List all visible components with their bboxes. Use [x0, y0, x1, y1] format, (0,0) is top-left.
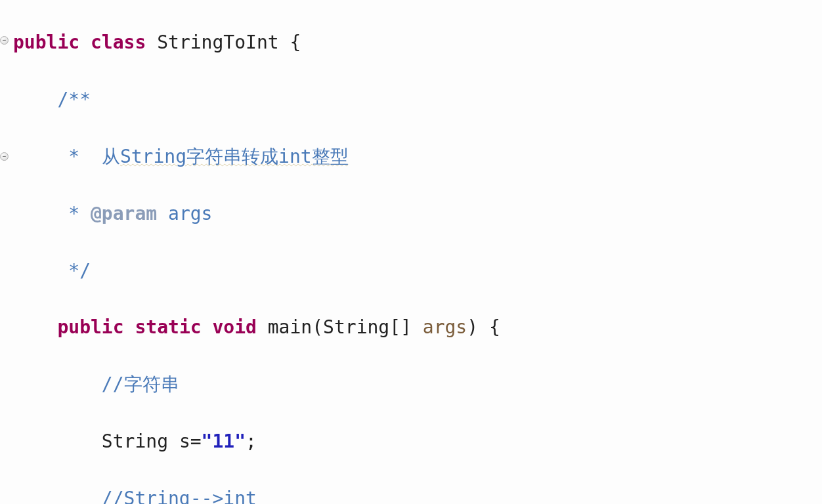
keyword: public	[57, 316, 123, 338]
keyword: class	[91, 32, 146, 53]
gutter	[0, 0, 9, 504]
code-line: */	[13, 257, 822, 285]
javadoc-star: *	[57, 203, 91, 224]
javadoc-text: 从	[91, 146, 120, 167]
code-line: /**	[13, 85, 822, 114]
javadoc-start: /**	[57, 89, 91, 110]
code-line: * 从String字符串转成int整型	[13, 142, 822, 171]
method-name: main	[268, 316, 312, 338]
string-literal: "11"	[202, 430, 246, 452]
code-line: * @param args	[13, 200, 822, 228]
code-line: public static void main(String[] args) {	[13, 313, 822, 341]
brace: {	[290, 32, 301, 53]
paren: (	[312, 316, 323, 338]
keyword: public	[13, 32, 79, 53]
fold-marker-icon[interactable]	[0, 152, 9, 161]
keyword: static	[135, 316, 201, 338]
paren-brace: ) {	[467, 316, 500, 338]
comment: int	[223, 488, 257, 504]
comment: //String-->	[102, 488, 223, 504]
code-line: public class StringToInt {	[13, 28, 822, 56]
javadoc-text: String字符串转成int整型	[120, 146, 349, 167]
parameter: args	[423, 316, 467, 338]
type: String	[323, 316, 389, 338]
variable: s	[179, 430, 190, 452]
javadoc-param: args	[157, 203, 212, 224]
javadoc-tag: @param	[91, 203, 157, 224]
equals: =	[190, 430, 202, 452]
code-line: String s="11";	[13, 427, 822, 455]
code-line: //String-->int	[13, 484, 822, 504]
type: String	[102, 430, 168, 452]
brackets: []	[389, 316, 412, 338]
code-line: //字符串	[13, 370, 822, 398]
fold-marker-icon[interactable]	[0, 36, 9, 45]
javadoc-star: *	[57, 146, 91, 167]
comment: //字符串	[102, 373, 179, 395]
keyword: void	[212, 316, 256, 338]
semicolon: ;	[246, 430, 257, 452]
javadoc-end: */	[57, 260, 91, 282]
code-editor: public class StringToInt { /** * 从String…	[0, 0, 822, 504]
class-name: StringToInt	[157, 32, 278, 53]
